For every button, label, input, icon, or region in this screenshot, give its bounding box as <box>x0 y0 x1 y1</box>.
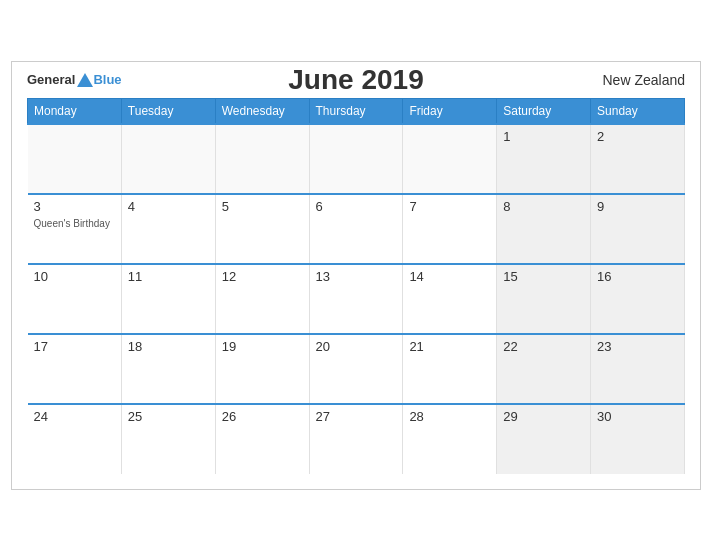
day-number: 26 <box>222 409 303 424</box>
calendar-cell: 21 <box>403 334 497 404</box>
calendar-cell: 30 <box>591 404 685 474</box>
calendar-cell: 4 <box>121 194 215 264</box>
day-number: 4 <box>128 199 209 214</box>
day-number: 30 <box>597 409 678 424</box>
country-label: New Zealand <box>603 72 686 88</box>
day-number: 10 <box>34 269 115 284</box>
week-row-5: 24252627282930 <box>28 404 685 474</box>
day-number: 25 <box>128 409 209 424</box>
day-number: 28 <box>409 409 490 424</box>
logo-triangle-icon <box>77 73 93 87</box>
calendar-cell: 24 <box>28 404 122 474</box>
calendar-cell: 23 <box>591 334 685 404</box>
calendar-cell: 10 <box>28 264 122 334</box>
calendar-cell <box>121 124 215 194</box>
weekday-header-friday: Friday <box>403 98 497 124</box>
calendar-cell: 9 <box>591 194 685 264</box>
calendar-cell: 8 <box>497 194 591 264</box>
day-number: 5 <box>222 199 303 214</box>
day-number: 19 <box>222 339 303 354</box>
week-row-3: 10111213141516 <box>28 264 685 334</box>
calendar-cell <box>309 124 403 194</box>
logo: General Blue <box>27 72 122 87</box>
calendar-cell: 6 <box>309 194 403 264</box>
day-number: 18 <box>128 339 209 354</box>
day-number: 22 <box>503 339 584 354</box>
day-number: 3 <box>34 199 115 214</box>
day-number: 24 <box>34 409 115 424</box>
logo-blue-text: Blue <box>93 72 121 87</box>
day-number: 12 <box>222 269 303 284</box>
calendar-cell: 18 <box>121 334 215 404</box>
week-row-4: 17181920212223 <box>28 334 685 404</box>
calendar-cell: 13 <box>309 264 403 334</box>
calendar-grid: MondayTuesdayWednesdayThursdayFridaySatu… <box>27 98 685 474</box>
day-number: 17 <box>34 339 115 354</box>
week-row-1: 12 <box>28 124 685 194</box>
week-row-2: 3Queen's Birthday456789 <box>28 194 685 264</box>
weekday-header-saturday: Saturday <box>497 98 591 124</box>
calendar-title: June 2019 <box>288 64 423 96</box>
calendar-cell <box>28 124 122 194</box>
day-number: 15 <box>503 269 584 284</box>
calendar-cell: 16 <box>591 264 685 334</box>
weekday-header-tuesday: Tuesday <box>121 98 215 124</box>
weekday-header-thursday: Thursday <box>309 98 403 124</box>
calendar-cell <box>215 124 309 194</box>
day-number: 7 <box>409 199 490 214</box>
day-number: 13 <box>316 269 397 284</box>
day-number: 23 <box>597 339 678 354</box>
day-number: 8 <box>503 199 584 214</box>
calendar-cell: 26 <box>215 404 309 474</box>
weekday-header-wednesday: Wednesday <box>215 98 309 124</box>
calendar-cell: 25 <box>121 404 215 474</box>
day-number: 16 <box>597 269 678 284</box>
day-number: 9 <box>597 199 678 214</box>
day-number: 27 <box>316 409 397 424</box>
weekday-header-row: MondayTuesdayWednesdayThursdayFridaySatu… <box>28 98 685 124</box>
calendar-cell: 28 <box>403 404 497 474</box>
day-number: 29 <box>503 409 584 424</box>
calendar-container: General Blue June 2019 New Zealand Monda… <box>11 61 701 490</box>
calendar-cell: 29 <box>497 404 591 474</box>
weekday-header-sunday: Sunday <box>591 98 685 124</box>
calendar-cell: 15 <box>497 264 591 334</box>
holiday-label: Queen's Birthday <box>34 218 110 229</box>
day-number: 20 <box>316 339 397 354</box>
logo-general-text: General <box>27 72 75 87</box>
calendar-cell: 22 <box>497 334 591 404</box>
calendar-cell: 19 <box>215 334 309 404</box>
calendar-header: General Blue June 2019 New Zealand <box>27 72 685 88</box>
day-number: 1 <box>503 129 584 144</box>
day-number: 11 <box>128 269 209 284</box>
day-number: 14 <box>409 269 490 284</box>
calendar-cell: 12 <box>215 264 309 334</box>
day-number: 21 <box>409 339 490 354</box>
calendar-cell: 27 <box>309 404 403 474</box>
calendar-cell: 11 <box>121 264 215 334</box>
calendar-cell: 2 <box>591 124 685 194</box>
calendar-cell: 3Queen's Birthday <box>28 194 122 264</box>
weekday-header-monday: Monday <box>28 98 122 124</box>
calendar-cell: 1 <box>497 124 591 194</box>
day-number: 6 <box>316 199 397 214</box>
calendar-cell <box>403 124 497 194</box>
calendar-cell: 7 <box>403 194 497 264</box>
calendar-cell: 17 <box>28 334 122 404</box>
calendar-cell: 20 <box>309 334 403 404</box>
calendar-cell: 5 <box>215 194 309 264</box>
day-number: 2 <box>597 129 678 144</box>
calendar-cell: 14 <box>403 264 497 334</box>
